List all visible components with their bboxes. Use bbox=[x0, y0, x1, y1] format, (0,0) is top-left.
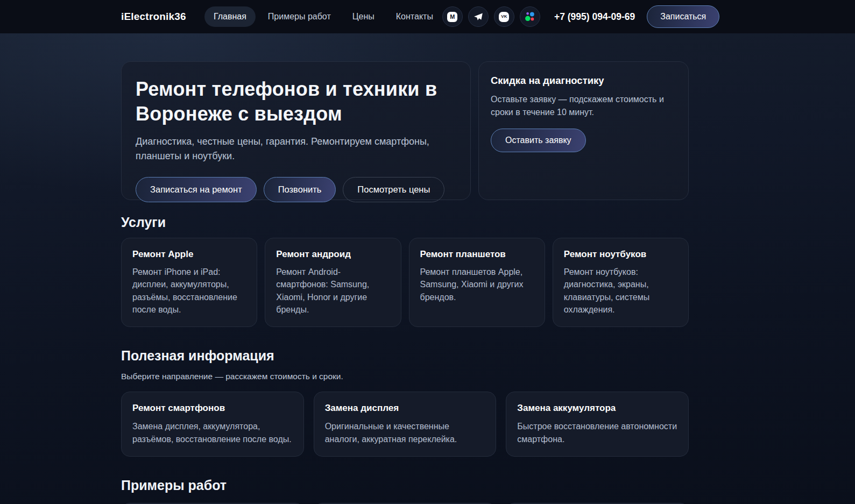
card-title: Замена аккумулятора bbox=[517, 403, 677, 414]
card-text: Замена дисплея, аккумулятора, разъёмов, … bbox=[132, 420, 293, 445]
leave-request-button[interactable]: Оставить заявку bbox=[491, 129, 586, 152]
max-messenger-icon: M bbox=[447, 12, 457, 22]
card-text: Ремонт Android-смартфонов: Samsung, Xiao… bbox=[276, 266, 390, 316]
card-title: Ремонт андроид bbox=[276, 249, 390, 260]
vk-button[interactable]: VK bbox=[494, 6, 514, 27]
card-text: Быстрое восстановление автономности смар… bbox=[517, 420, 677, 445]
nav-item-examples[interactable]: Примеры работ bbox=[259, 6, 340, 27]
hero-actions: Записаться на ремонт Позвонить Посмотрет… bbox=[136, 177, 456, 202]
signup-button[interactable]: Записаться bbox=[647, 5, 719, 28]
service-card-laptops: Ремонт ноутбуков Ремонт ноутбуков: диагн… bbox=[553, 238, 689, 327]
social-links: M VK bbox=[442, 6, 540, 27]
phone-number[interactable]: +7 (995) 094-09-69 bbox=[554, 11, 635, 23]
card-title: Ремонт планшетов bbox=[420, 249, 534, 260]
info-card-smartphone-repair[interactable]: Ремонт смартфонов Замена дисплея, аккуму… bbox=[121, 392, 304, 457]
logo[interactable]: iElectronik36 bbox=[121, 11, 186, 23]
page-content: Ремонт телефонов и техники в Воронеже с … bbox=[121, 61, 689, 504]
discount-title: Скидка на диагностику bbox=[491, 75, 676, 87]
header: iElectronik36 Главная Примеры работ Цены… bbox=[0, 0, 855, 33]
hero-subtitle: Диагностика, честные цены, гарантия. Рем… bbox=[136, 134, 437, 164]
vk-icon: VK bbox=[499, 12, 509, 22]
service-card-apple: Ремонт Apple Ремонт iPhone и iPad: диспл… bbox=[121, 238, 257, 327]
card-title: Ремонт смартфонов bbox=[132, 403, 293, 414]
nav-item-contacts[interactable]: Контакты bbox=[387, 6, 442, 27]
services-heading: Услуги bbox=[121, 215, 689, 230]
nav-item-home[interactable]: Главная bbox=[204, 6, 256, 27]
max-messenger-button[interactable]: M bbox=[442, 6, 463, 27]
info-heading: Полезная информация bbox=[121, 348, 689, 364]
services-grid: Ремонт Apple Ремонт iPhone и iPad: диспл… bbox=[121, 238, 689, 327]
telegram-button[interactable] bbox=[468, 6, 489, 27]
header-inner: iElectronik36 Главная Примеры работ Цены… bbox=[121, 5, 689, 28]
discount-text: Оставьте заявку — подскажем стоимость и … bbox=[491, 93, 674, 119]
info-grid: Ремонт смартфонов Замена дисплея, аккуму… bbox=[121, 392, 689, 457]
card-title: Замена дисплея bbox=[325, 403, 485, 414]
info-card-display-replacement[interactable]: Замена дисплея Оригинальные и качественн… bbox=[314, 392, 497, 457]
telegram-icon bbox=[473, 12, 483, 22]
hero-section: Ремонт телефонов и техники в Воронеже с … bbox=[121, 61, 689, 200]
call-button[interactable]: Позвонить bbox=[264, 177, 336, 202]
nav-item-prices[interactable]: Цены bbox=[343, 6, 384, 27]
examples-heading: Примеры работ bbox=[121, 478, 689, 493]
card-text: Ремонт планшетов Apple, Samsung, Xiaomi … bbox=[420, 266, 534, 303]
hero-card: Ремонт телефонов и техники в Воронеже с … bbox=[121, 61, 471, 200]
book-repair-button[interactable]: Записаться на ремонт bbox=[136, 177, 257, 202]
info-subtitle: Выберите направление — расскажем стоимос… bbox=[121, 372, 689, 381]
view-prices-button[interactable]: Посмотреть цены bbox=[343, 177, 444, 202]
discount-card: Скидка на диагностику Оставьте заявку — … bbox=[478, 61, 689, 200]
card-title: Ремонт Apple bbox=[132, 249, 246, 260]
avito-button[interactable] bbox=[520, 6, 540, 27]
service-card-tablets: Ремонт планшетов Ремонт планшетов Apple,… bbox=[409, 238, 545, 327]
hero-title: Ремонт телефонов и техники в Воронеже с … bbox=[136, 77, 456, 126]
info-card-battery-replacement[interactable]: Замена аккумулятора Быстрое восстановлен… bbox=[506, 392, 689, 457]
service-card-android: Ремонт андроид Ремонт Android-смартфонов… bbox=[265, 238, 401, 327]
avito-icon bbox=[524, 11, 536, 23]
card-title: Ремонт ноутбуков bbox=[564, 249, 677, 260]
card-text: Ремонт iPhone и iPad: дисплеи, аккумулят… bbox=[132, 266, 246, 316]
card-text: Ремонт ноутбуков: диагностика, экраны, к… bbox=[564, 266, 677, 316]
card-text: Оригинальные и качественные аналоги, акк… bbox=[325, 420, 485, 445]
main-nav: Главная Примеры работ Цены Контакты bbox=[204, 6, 442, 27]
